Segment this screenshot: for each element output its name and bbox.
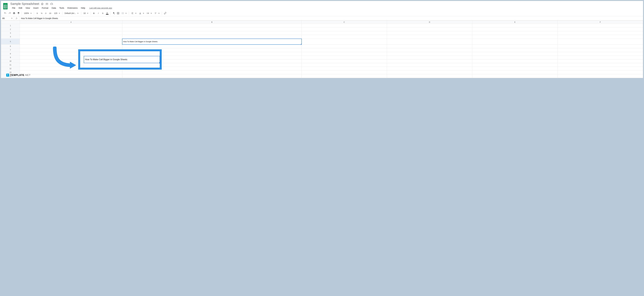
cell[interactable] xyxy=(122,24,302,27)
cell[interactable] xyxy=(302,74,387,78)
cell[interactable] xyxy=(20,70,122,74)
strikethrough-button[interactable]: S xyxy=(101,11,105,15)
cell[interactable] xyxy=(387,67,472,70)
cell[interactable] xyxy=(558,24,643,27)
cell[interactable] xyxy=(302,56,387,59)
cell[interactable] xyxy=(20,74,122,78)
cell[interactable] xyxy=(472,39,558,44)
fill-color-button[interactable] xyxy=(112,11,116,15)
cell[interactable] xyxy=(302,39,387,44)
cell[interactable] xyxy=(558,67,643,70)
document-title[interactable]: Sample Spreadsheet xyxy=(10,2,39,6)
cell[interactable] xyxy=(558,70,643,74)
col-header-D[interactable]: D xyxy=(387,20,472,24)
text-rotation-dropdown[interactable]: ▼ xyxy=(153,12,161,14)
cell[interactable] xyxy=(387,48,472,52)
name-box[interactable]: B5 ▼ xyxy=(1,16,14,20)
number-format-dropdown[interactable]: 123▼ xyxy=(53,12,61,14)
cell[interactable] xyxy=(302,48,387,52)
cell[interactable] xyxy=(20,31,122,35)
cell[interactable] xyxy=(472,24,558,27)
last-edit-link[interactable]: Last edit was seconds ago xyxy=(89,7,112,9)
cell[interactable] xyxy=(472,56,558,59)
cell[interactable] xyxy=(558,27,643,31)
col-header-C[interactable]: C xyxy=(302,20,387,24)
cell[interactable] xyxy=(20,35,122,39)
cell[interactable] xyxy=(302,35,387,39)
menu-edit[interactable]: Edit xyxy=(17,6,24,10)
cell[interactable] xyxy=(20,44,122,48)
cell[interactable] xyxy=(302,63,387,67)
vertical-align-dropdown[interactable]: ▼ xyxy=(138,12,145,14)
row-header-8[interactable]: 8 xyxy=(1,52,20,56)
cell[interactable] xyxy=(472,70,558,74)
cell[interactable] xyxy=(387,52,472,56)
cell-B5-selected[interactable]: How To Make Cell Bigger in Google Sheets xyxy=(122,39,302,44)
cell[interactable] xyxy=(472,31,558,35)
increase-decimal-button[interactable]: .00→ xyxy=(48,11,53,15)
row-header-10[interactable]: 10 xyxy=(1,59,20,63)
cell[interactable] xyxy=(122,74,302,78)
borders-button[interactable] xyxy=(116,11,120,15)
col-header-A[interactable]: A xyxy=(20,20,122,24)
cell[interactable] xyxy=(558,52,643,56)
menu-tools[interactable]: Tools xyxy=(58,6,66,10)
paint-format-button[interactable] xyxy=(16,11,20,15)
cell[interactable] xyxy=(387,39,472,44)
cell[interactable] xyxy=(558,74,643,78)
redo-button[interactable] xyxy=(8,11,12,15)
cell[interactable] xyxy=(558,35,643,39)
cell[interactable] xyxy=(472,52,558,56)
cell[interactable] xyxy=(558,31,643,35)
sheets-app-icon[interactable] xyxy=(2,2,8,10)
menu-insert[interactable]: Insert xyxy=(32,6,40,10)
formula-input[interactable] xyxy=(19,16,643,20)
cell[interactable] xyxy=(558,48,643,52)
text-wrap-dropdown[interactable]: ▼ xyxy=(146,12,153,14)
cell[interactable] xyxy=(387,35,472,39)
cell[interactable] xyxy=(387,56,472,59)
cell[interactable] xyxy=(302,27,387,31)
cell[interactable] xyxy=(387,31,472,35)
row-header-2[interactable]: 2 xyxy=(1,27,20,31)
cell[interactable] xyxy=(302,24,387,27)
cell[interactable] xyxy=(558,59,643,63)
row-header-5[interactable]: 5 xyxy=(1,39,20,44)
row-header-3[interactable]: 3 xyxy=(1,31,20,35)
star-icon[interactable] xyxy=(40,2,44,5)
row-header-7[interactable]: 7 xyxy=(1,48,20,52)
insert-link-button[interactable] xyxy=(163,11,167,15)
merge-cells-dropdown[interactable]: ▼ xyxy=(120,12,128,14)
cell[interactable] xyxy=(472,27,558,31)
cell[interactable] xyxy=(122,27,302,31)
row-header-9[interactable]: 9 xyxy=(1,56,20,59)
cell[interactable] xyxy=(472,48,558,52)
cell[interactable] xyxy=(472,44,558,48)
cell[interactable] xyxy=(122,31,302,35)
menu-extensions[interactable]: Extensions xyxy=(66,6,79,10)
cell[interactable] xyxy=(302,31,387,35)
move-to-drive-icon[interactable] xyxy=(45,2,48,5)
select-all-corner[interactable] xyxy=(1,20,20,24)
menu-format[interactable]: Format xyxy=(40,6,50,10)
cell[interactable] xyxy=(20,27,122,31)
cloud-status-icon[interactable] xyxy=(50,2,53,5)
currency-button[interactable]: $ xyxy=(35,11,39,15)
decrease-decimal-button[interactable]: .0← xyxy=(44,11,48,15)
row-header-4[interactable]: 4 xyxy=(1,35,20,39)
cell[interactable] xyxy=(302,59,387,63)
cell[interactable] xyxy=(302,52,387,56)
col-header-B[interactable]: B xyxy=(122,20,302,24)
cell[interactable] xyxy=(387,70,472,74)
cell[interactable] xyxy=(122,70,302,74)
horizontal-align-dropdown[interactable]: ▼ xyxy=(130,12,138,14)
cell[interactable] xyxy=(558,63,643,67)
cell[interactable] xyxy=(472,63,558,67)
undo-button[interactable] xyxy=(3,11,7,15)
cell[interactable] xyxy=(20,39,122,44)
cell[interactable] xyxy=(558,44,643,48)
cell[interactable] xyxy=(20,24,122,27)
menu-file[interactable]: File xyxy=(10,6,17,10)
menu-view[interactable]: View xyxy=(24,6,32,10)
bold-button[interactable]: B xyxy=(92,11,96,15)
